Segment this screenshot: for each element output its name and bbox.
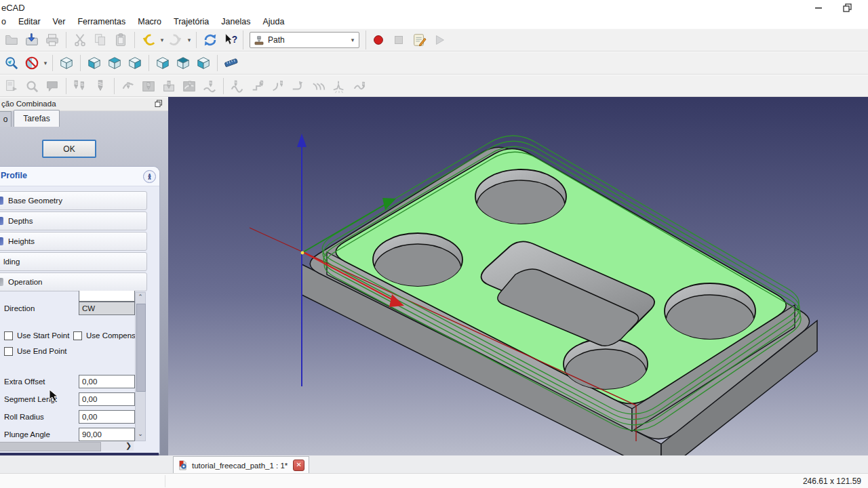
- minimize-button[interactable]: [808, 1, 829, 14]
- dressup-tag-icon[interactable]: [330, 77, 348, 95]
- form-vertical-scrollbar[interactable]: ⌃ ⌄: [135, 292, 146, 441]
- fit-all-icon[interactable]: [3, 54, 20, 72]
- macro-stop-icon[interactable]: [390, 31, 408, 49]
- menu-macro[interactable]: Macro: [132, 16, 167, 28]
- use-start-point-checkbox[interactable]: [4, 331, 13, 340]
- whats-this-icon[interactable]: ?: [222, 31, 239, 49]
- panel-title: ção Combinada: [1, 100, 56, 108]
- use-end-point-checkbox[interactable]: [4, 347, 13, 356]
- draw-style-icon[interactable]: [23, 54, 41, 72]
- form-horizontal-scrollbar[interactable]: ❯: [0, 441, 134, 451]
- ok-button[interactable]: OK: [42, 140, 96, 158]
- view-top-icon[interactable]: [106, 54, 123, 72]
- cut-icon[interactable]: [71, 31, 89, 49]
- view-bottom-icon[interactable]: [174, 54, 192, 72]
- document-tab-label: tutorial_freecad_path_1 : 1*: [192, 462, 288, 470]
- menu-editar[interactable]: Editar: [12, 16, 47, 28]
- dressup-boundary-icon[interactable]: [229, 77, 246, 95]
- dressup-dragknife-icon[interactable]: [269, 77, 287, 95]
- macro-record-icon[interactable]: [370, 31, 387, 49]
- restore-button[interactable]: [837, 1, 857, 14]
- redo-icon[interactable]: [167, 31, 184, 49]
- cut-side-combo-partial[interactable]: [79, 291, 135, 302]
- engrave-operation-icon[interactable]: [201, 77, 218, 95]
- direction-label: Direction: [4, 304, 35, 312]
- open-icon[interactable]: [3, 31, 20, 49]
- extra-offset-field[interactable]: 0,00: [79, 375, 135, 388]
- scrollbar-thumb[interactable]: [136, 304, 146, 392]
- plunge-angle-field[interactable]: 90,00: [79, 428, 135, 441]
- task-panel: Profile ∧∧ Base Geometry Depths Heights …: [0, 166, 160, 454]
- document-tab[interactable]: tutorial_freecad_path_1 : 1* ✕: [173, 456, 309, 474]
- profile-operation-icon[interactable]: [119, 77, 137, 95]
- macro-execute-icon[interactable]: [431, 31, 448, 49]
- view-axonometric-icon[interactable]: [58, 54, 75, 72]
- section-depths[interactable]: Depths: [0, 211, 147, 230]
- view-left-icon[interactable]: [195, 54, 212, 72]
- toolbar-separator: [52, 55, 53, 71]
- status-bar: 246.61 x 121.59: [0, 473, 868, 488]
- post-process-icon[interactable]: [3, 77, 20, 95]
- scroll-up-icon[interactable]: ⌃: [136, 293, 145, 300]
- macro-edit-icon[interactable]: [410, 31, 428, 49]
- title-bar[interactable]: eCAD: [0, 0, 868, 15]
- hscrollbar-thumb[interactable]: [0, 442, 101, 451]
- segment-length-field[interactable]: 0,00: [79, 392, 135, 406]
- section-holding[interactable]: lding: [0, 252, 147, 271]
- tab-tasks[interactable]: Tarefas: [14, 110, 60, 127]
- use-compensation-checkbox[interactable]: [73, 331, 82, 340]
- document-tab-bar: tutorial_freecad_path_1 : 1* ✕: [0, 455, 868, 473]
- direction-combo[interactable]: CW: [79, 302, 135, 315]
- drilling-operation-icon[interactable]: [160, 77, 178, 95]
- face-operation-icon[interactable]: [180, 77, 198, 95]
- dressup-leadinout-icon[interactable]: [290, 77, 307, 95]
- path-comment-icon[interactable]: [43, 77, 61, 95]
- dimensions-readout: 246.61 x 121.59: [803, 476, 861, 486]
- inspect-path-icon[interactable]: [23, 77, 41, 95]
- dressup-ramp-icon[interactable]: [310, 77, 328, 95]
- toolbar-separator: [80, 55, 81, 71]
- dressup-zcorrect-icon[interactable]: [351, 77, 368, 95]
- menu-ajuda[interactable]: Ajuda: [256, 16, 290, 28]
- roll-radius-field[interactable]: 0,00: [79, 410, 135, 424]
- refresh-icon[interactable]: [201, 31, 219, 49]
- view-right-icon[interactable]: [126, 54, 144, 72]
- copy-icon[interactable]: [92, 31, 109, 49]
- task-panel-header: Profile ∧∧: [0, 167, 159, 186]
- pocket-operation-icon[interactable]: [140, 77, 157, 95]
- paste-icon[interactable]: [112, 31, 130, 49]
- draw-style-menu-chevron-down-icon[interactable]: ▾: [42, 60, 49, 66]
- 3d-viewport[interactable]: [168, 97, 868, 455]
- section-operation[interactable]: Operation: [0, 272, 147, 291]
- dressup-dogbone-icon[interactable]: [249, 77, 267, 95]
- window-title: eCAD: [1, 3, 25, 13]
- tool-controller-icon[interactable]: [92, 77, 109, 95]
- toolbar-separator: [223, 78, 224, 94]
- undo-icon[interactable]: [140, 31, 157, 49]
- scroll-down-icon[interactable]: ⌄: [136, 430, 145, 437]
- undo-menu-chevron-down-icon[interactable]: ▾: [159, 37, 165, 43]
- close-icon[interactable]: ✕: [293, 460, 304, 471]
- save-icon[interactable]: [23, 31, 41, 49]
- section-heights[interactable]: Heights: [0, 232, 147, 251]
- menu-janelas[interactable]: Janelas: [215, 16, 256, 28]
- tab-model[interactable]: o: [0, 111, 12, 127]
- measure-distance-icon[interactable]: [222, 54, 240, 72]
- menu-ferramentas[interactable]: Ferramentas: [71, 16, 132, 28]
- path-workbench-icon: [253, 34, 265, 46]
- workbench-selector[interactable]: Path ▾: [250, 32, 359, 48]
- view-rear-icon[interactable]: [154, 54, 172, 72]
- tool-manager-icon[interactable]: [71, 77, 89, 95]
- chevron-double-up-icon[interactable]: ∧∧: [143, 170, 156, 183]
- redo-menu-chevron-down-icon[interactable]: ▾: [186, 37, 193, 43]
- menu-trajetória[interactable]: Trajetória: [167, 16, 215, 28]
- use-end-point-label: Use End Point: [17, 347, 67, 355]
- scroll-right-icon[interactable]: ❯: [125, 441, 132, 450]
- print-icon[interactable]: [43, 31, 61, 49]
- menu-ver[interactable]: Ver: [47, 16, 72, 28]
- view-front-icon[interactable]: [85, 54, 103, 72]
- menu-o[interactable]: o: [0, 16, 12, 28]
- origin-marker: [301, 251, 304, 255]
- section-base-geometry[interactable]: Base Geometry: [0, 191, 147, 210]
- float-panel-icon[interactable]: [155, 100, 164, 109]
